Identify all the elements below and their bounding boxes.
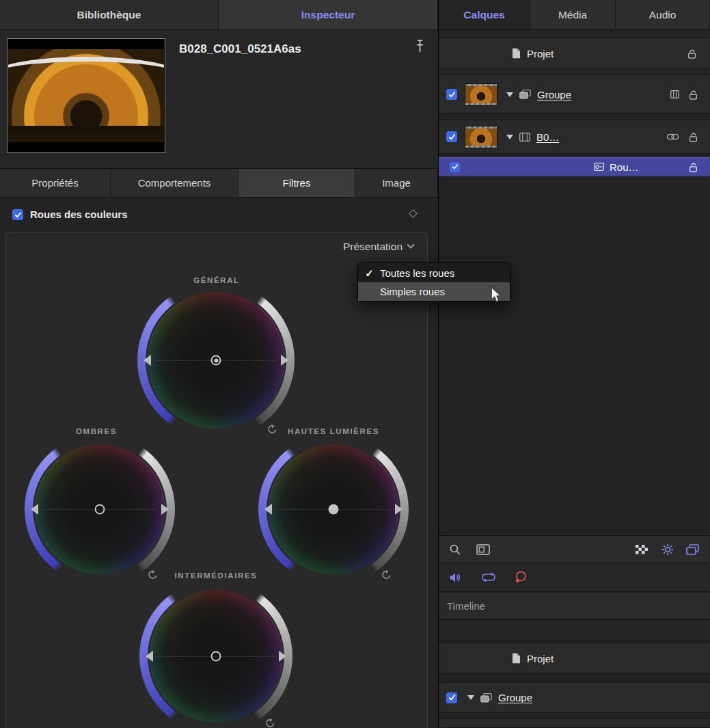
color-wheel-ombres[interactable] xyxy=(35,444,165,574)
wheel-puck[interactable] xyxy=(211,651,221,662)
right-arrow-handle[interactable] xyxy=(281,355,288,366)
presentation-dropdown[interactable]: Présentation xyxy=(343,241,413,253)
search-button[interactable] xyxy=(449,543,461,556)
visibility-checkbox[interactable] xyxy=(450,162,460,172)
menu-item-label: Toutes les roues xyxy=(380,267,454,279)
reset-button[interactable] xyxy=(267,424,277,434)
unlock-icon xyxy=(689,90,698,100)
tab-inspecteur-label: Inspecteur xyxy=(301,9,355,21)
tab-proprietes[interactable]: Propriétés xyxy=(0,169,111,197)
layers-view-button[interactable] xyxy=(686,544,699,555)
menu-item-toutes-les-roues[interactable]: ✓ Toutes les roues xyxy=(358,264,510,282)
tab-comportements[interactable]: Comportements xyxy=(111,169,238,197)
pin-icon xyxy=(415,40,424,53)
unlock-icon xyxy=(689,132,698,142)
group-label: Groupe xyxy=(498,692,532,703)
reset-button[interactable] xyxy=(265,718,275,728)
visibility-checkbox[interactable] xyxy=(446,89,457,100)
tab-audio[interactable]: Audio xyxy=(616,0,710,29)
row-roues-filter[interactable]: Rou… xyxy=(439,157,710,176)
layer-thumbnail xyxy=(465,83,497,106)
timeline-label: Timeline xyxy=(447,600,485,612)
checkmark-icon: ✓ xyxy=(364,267,374,280)
wheel-label-intermediaires: INTERMÉDIAIRES xyxy=(175,571,258,580)
filter-icon xyxy=(594,163,604,171)
visibility-checkbox[interactable] xyxy=(446,131,457,142)
tab-calques[interactable]: Calques xyxy=(439,0,530,29)
reset-icon xyxy=(267,424,277,434)
lock-button[interactable] xyxy=(689,90,698,100)
checkmark-icon xyxy=(448,91,456,98)
settings-button[interactable] xyxy=(661,543,674,556)
timeline-header: Timeline xyxy=(439,592,710,619)
wheel-puck[interactable] xyxy=(329,504,339,515)
lock-button[interactable] xyxy=(689,162,698,172)
tunnel-floor xyxy=(8,126,164,142)
presentation-menu: ✓ Toutes les roues Simples roues xyxy=(357,262,510,302)
row-b0[interactable]: B0… xyxy=(439,120,710,154)
wheel-puck[interactable] xyxy=(95,504,105,515)
link-icon[interactable] xyxy=(666,133,679,140)
columns-icon[interactable] xyxy=(670,90,679,98)
group-icon xyxy=(480,693,492,703)
row-groupe[interactable]: Groupe xyxy=(439,75,710,114)
color-wheel-hautes-lumieres[interactable] xyxy=(269,444,398,574)
isolate-button[interactable] xyxy=(476,544,490,555)
inspector-header: B028_C001_0521A6as xyxy=(0,30,438,169)
timeline-row-groupe[interactable]: Groupe xyxy=(439,682,710,713)
filter-name: Roues des couleurs xyxy=(30,208,128,220)
tab-bibliotheque-label: Bibliothèque xyxy=(77,9,141,21)
inspector-tabbar: Bibliothèque Inspecteur xyxy=(0,0,438,30)
reset-button[interactable] xyxy=(381,570,392,580)
color-wheel-intermediaires[interactable] xyxy=(150,590,282,723)
cursor-icon xyxy=(490,286,502,303)
pin-button[interactable] xyxy=(415,40,424,53)
row-projet[interactable]: Projet xyxy=(439,38,710,69)
tab-bibliotheque[interactable]: Bibliothèque xyxy=(0,0,219,29)
gear-icon xyxy=(661,543,674,556)
right-arrow-handle[interactable] xyxy=(279,651,286,662)
tab-image[interactable]: Image xyxy=(355,169,438,197)
loop-button[interactable] xyxy=(481,572,496,582)
right-arrow-handle[interactable] xyxy=(161,504,169,515)
frame-icon xyxy=(476,544,490,555)
checkerboard-icon xyxy=(636,545,648,554)
clip-thumbnail xyxy=(7,38,165,153)
filter-enable-checkbox[interactable] xyxy=(12,209,23,220)
reset-button[interactable] xyxy=(148,570,158,580)
document-icon xyxy=(512,48,521,59)
checkmark-icon xyxy=(452,163,459,170)
reset-icon xyxy=(381,570,392,580)
layer-label: B0… xyxy=(536,131,559,143)
unlock-icon xyxy=(689,162,698,172)
chevron-down-icon xyxy=(407,241,414,249)
visibility-checkbox[interactable] xyxy=(446,692,457,703)
audio-button[interactable] xyxy=(449,572,462,583)
group-icon xyxy=(519,90,531,99)
wheel-puck[interactable] xyxy=(211,355,221,366)
right-arrow-handle[interactable] xyxy=(395,504,402,515)
tab-media[interactable]: Média xyxy=(530,0,616,29)
transparency-button[interactable] xyxy=(636,545,648,554)
disclosure-triangle[interactable] xyxy=(506,92,513,97)
timeline-row-projet[interactable]: Projet xyxy=(439,643,710,674)
menu-item-simples-roues[interactable]: Simples roues xyxy=(358,282,510,301)
left-arrow-handle[interactable] xyxy=(264,504,272,515)
tab-inspecteur[interactable]: Inspecteur xyxy=(219,0,438,29)
lock-button[interactable] xyxy=(687,49,696,59)
project-label: Projet xyxy=(527,48,554,59)
layers-toolbar xyxy=(439,535,710,563)
project-label: Projet xyxy=(527,653,554,664)
keyframe-diamond-icon[interactable] xyxy=(409,209,418,218)
tab-comportements-label: Comportements xyxy=(138,177,211,189)
left-arrow-handle[interactable] xyxy=(31,504,38,515)
inspector-panel: Bibliothèque Inspecteur B028_C001_0521A6… xyxy=(0,0,438,728)
disclosure-triangle[interactable] xyxy=(506,135,513,139)
tab-filtres[interactable]: Filtres xyxy=(238,169,355,197)
rasterize-button[interactable] xyxy=(514,571,528,584)
lock-button[interactable] xyxy=(689,132,698,142)
disclosure-triangle[interactable] xyxy=(467,695,474,700)
left-arrow-handle[interactable] xyxy=(146,651,153,662)
left-arrow-handle[interactable] xyxy=(144,355,151,366)
color-wheel-general[interactable] xyxy=(148,292,284,429)
